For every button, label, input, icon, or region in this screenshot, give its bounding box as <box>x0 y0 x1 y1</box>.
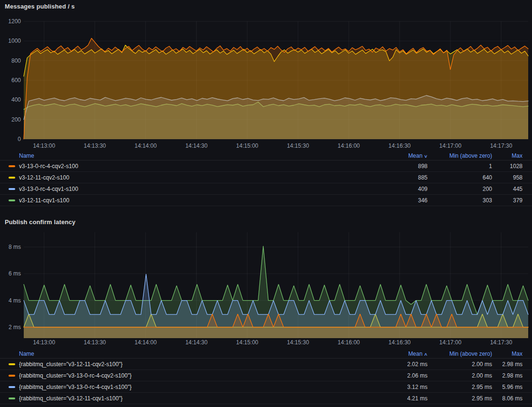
legend-header-mean[interactable]: Mean∧ <box>370 350 428 357</box>
x-axis-tick-label: 14:14:30 <box>185 339 208 346</box>
x-axis-tick-label: 14:13:00 <box>33 339 55 346</box>
panel-title-publish-confirm-latency[interactable]: Publish confirm latency <box>5 206 532 226</box>
legend-header-name[interactable]: Name <box>19 152 370 159</box>
legend-header-mean-label: Mean <box>408 350 422 357</box>
series-mean-value: 2.06 ms <box>370 372 428 379</box>
series-color-swatch <box>9 386 15 388</box>
series-name[interactable]: {rabbitmq_cluster="v3-12-11-cqv2-s100"} <box>19 361 370 368</box>
legend-header-mean-label: Mean <box>408 152 422 159</box>
y-axis-tick-label: 200 <box>11 116 21 123</box>
series-max-value: 379 <box>492 197 522 204</box>
legend-header: Name Mean∧ Min (above zero) Max <box>0 349 532 359</box>
x-axis-tick-label: 14:16:00 <box>338 142 360 149</box>
legend-header-max[interactable]: Max <box>492 350 522 357</box>
series-color-swatch <box>9 188 15 190</box>
series-name[interactable]: v3-12-11-cqv1-s100 <box>19 197 370 204</box>
legend-row: {rabbitmq_cluster="v3-13-0-rc-4-cqv1-s10… <box>0 381 532 393</box>
series-min-value: 2.95 ms <box>428 395 492 402</box>
series-min-value: 200 <box>428 186 492 192</box>
series-mean-value: 346 <box>370 197 428 204</box>
sort-descending-icon: ∨ <box>424 154 428 159</box>
y-axis-tick-label: 6 ms <box>9 270 21 277</box>
series-mean-value: 898 <box>370 163 428 170</box>
series-color-swatch <box>9 165 15 167</box>
series-color-swatch <box>9 398 15 399</box>
series-name[interactable]: v3-13-0-rc-4-cqv2-s100 <box>19 163 370 170</box>
series-max-value: 8.06 ms <box>492 395 522 402</box>
series-mean-value: 885 <box>370 174 428 181</box>
series-min-value: 2.95 ms <box>428 384 492 390</box>
series-max-value: 2.98 ms <box>492 361 522 368</box>
series-name[interactable]: v3-12-11-cqv2-s100 <box>19 174 370 181</box>
series-max-value: 2.98 ms <box>492 372 522 379</box>
x-axis-tick-label: 14:17:00 <box>439 142 462 149</box>
legend-header-min[interactable]: Min (above zero) <box>428 350 492 357</box>
x-axis-tick-label: 14:17:00 <box>439 339 462 346</box>
sort-ascending-icon: ∧ <box>424 352 428 357</box>
series-min-value: 2.00 ms <box>428 361 492 368</box>
series-max-value: 1028 <box>492 163 522 170</box>
timeseries-chart-publish-confirm-latency[interactable]: 2 ms4 ms6 ms8 ms14:13:0014:13:3014:14:00… <box>0 227 532 348</box>
legend-row: v3-13-0-rc-4-cqv2-s10089811028 <box>0 161 532 172</box>
legend-row: {rabbitmq_cluster="v3-13-0-rc-4-cqv2-s10… <box>0 370 532 381</box>
series-name[interactable]: {rabbitmq_cluster="v3-13-0-rc-4-cqv1-s10… <box>19 384 370 390</box>
legend-row: {rabbitmq_cluster="v3-12-11-cqv2-s100"}2… <box>0 359 532 370</box>
x-axis-tick-label: 14:13:30 <box>84 142 106 149</box>
series-color-swatch <box>9 199 15 201</box>
series-mean-value: 409 <box>370 186 428 192</box>
panel-messages-published: Messages published / s 02004006008001000… <box>0 0 532 206</box>
series-name[interactable]: {rabbitmq_cluster="v3-13-0-rc-4-cqv2-s10… <box>19 372 370 379</box>
x-axis-tick-label: 14:17:30 <box>490 142 513 149</box>
y-axis-tick-label: 600 <box>11 77 21 84</box>
legend-table-messages-published: Name Mean∨ Min (above zero) Max v3-13-0-… <box>0 151 532 206</box>
series-min-value: 303 <box>428 197 492 204</box>
series-name[interactable]: {rabbitmq_cluster="v3-12-11-cqv1-s100"} <box>19 395 370 402</box>
series-color-swatch <box>9 363 15 365</box>
series-mean-value: 2.02 ms <box>370 361 428 368</box>
legend-row: v3-12-11-cqv2-s100885640958 <box>0 172 532 183</box>
y-axis-tick-label: 2 ms <box>9 324 21 331</box>
y-axis-tick-label: 800 <box>11 57 21 64</box>
series-mean-value: 3.12 ms <box>370 384 428 390</box>
x-axis-tick-label: 14:13:00 <box>33 142 55 149</box>
series-name[interactable]: v3-13-0-rc-4-cqv1-s100 <box>19 186 370 192</box>
y-axis-tick-label: 1000 <box>8 38 21 44</box>
y-axis-tick-label: 8 ms <box>9 244 21 250</box>
series-min-value: 2.00 ms <box>428 372 492 379</box>
legend-row: v3-12-11-cqv1-s100346303379 <box>0 195 532 206</box>
x-axis-tick-label: 14:15:00 <box>236 339 258 346</box>
legend-header-name[interactable]: Name <box>19 350 370 357</box>
dashboard: Messages published / s 02004006008001000… <box>0 0 532 404</box>
series-max-value: 958 <box>492 174 522 181</box>
x-axis-tick-label: 14:13:30 <box>84 339 106 346</box>
series-color-swatch <box>9 375 15 377</box>
y-axis-tick-label: 1200 <box>8 18 21 25</box>
series-max-value: 445 <box>492 186 522 192</box>
x-axis-tick-label: 14:16:30 <box>389 339 411 346</box>
series-min-value: 1 <box>428 163 492 170</box>
y-axis-tick-label: 400 <box>11 96 21 103</box>
panel-title-messages-published[interactable]: Messages published / s <box>5 0 532 10</box>
series-mean-value: 4.21 ms <box>370 395 428 402</box>
y-axis-tick-label: 0 <box>18 136 21 142</box>
legend-row: v3-13-0-rc-4-cqv1-s100409200445 <box>0 183 532 195</box>
x-axis-tick-label: 14:14:00 <box>134 142 157 149</box>
legend-header-max[interactable]: Max <box>492 152 522 159</box>
x-axis-tick-label: 14:14:00 <box>134 339 157 346</box>
timeseries-chart-messages-published[interactable]: 02004006008001000120014:13:0014:13:3014:… <box>0 16 532 151</box>
x-axis-tick-label: 14:16:00 <box>338 339 360 346</box>
x-axis-tick-label: 14:15:00 <box>236 142 258 149</box>
legend-row: {rabbitmq_cluster="v3-12-11-cqv1-s100"}4… <box>0 393 532 404</box>
x-axis-tick-label: 14:15:30 <box>287 339 309 346</box>
x-axis-tick-label: 14:14:30 <box>185 142 208 149</box>
series-min-value: 640 <box>428 174 492 181</box>
legend-table-publish-confirm-latency: Name Mean∧ Min (above zero) Max {rabbitm… <box>0 349 532 404</box>
legend-rows: {rabbitmq_cluster="v3-12-11-cqv2-s100"}2… <box>0 359 532 404</box>
series-color-swatch <box>9 177 15 179</box>
legend-header-mean[interactable]: Mean∨ <box>370 152 428 159</box>
legend-header: Name Mean∨ Min (above zero) Max <box>0 151 532 161</box>
series-max-value: 5.96 ms <box>492 384 522 390</box>
legend-header-min[interactable]: Min (above zero) <box>428 152 492 159</box>
legend-rows: v3-13-0-rc-4-cqv2-s10089811028v3-12-11-c… <box>0 161 532 206</box>
panel-publish-confirm-latency: Publish confirm latency 2 ms4 ms6 ms8 ms… <box>0 206 532 404</box>
